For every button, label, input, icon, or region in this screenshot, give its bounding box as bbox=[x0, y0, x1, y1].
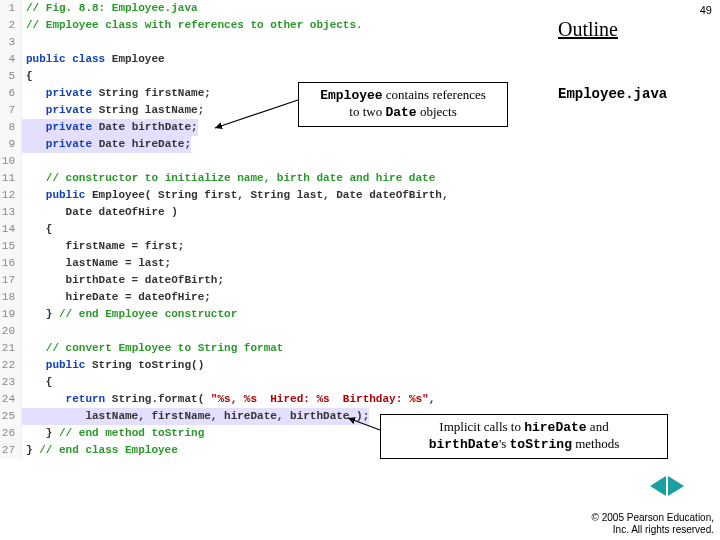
code-content bbox=[22, 34, 33, 51]
callout-text: Implicit calls to bbox=[439, 419, 524, 434]
code-content: lastName = last; bbox=[22, 255, 171, 272]
code-line: 9 private Date hireDate; bbox=[0, 136, 540, 153]
code-content: public Employee( String first, String la… bbox=[22, 187, 448, 204]
code-content: } // end Employee constructor bbox=[22, 306, 237, 323]
callout-text: to two bbox=[349, 104, 385, 119]
callout-text: contains references bbox=[383, 87, 486, 102]
callout-text: Date bbox=[385, 105, 416, 120]
code-content: { bbox=[22, 68, 33, 85]
code-content bbox=[22, 323, 33, 340]
code-content: private String lastName; bbox=[22, 102, 204, 119]
code-listing: 1// Fig. 8.8: Employee.java2// Employee … bbox=[0, 0, 540, 459]
copyright-line: © 2005 Pearson Education, bbox=[592, 512, 714, 524]
code-line: 23 { bbox=[0, 374, 540, 391]
code-line: 24 return String.format( "%s, %s Hired: … bbox=[0, 391, 540, 408]
source-filename: Employee.java bbox=[558, 86, 667, 102]
code-content: } // end class Employee bbox=[22, 442, 178, 459]
code-content: // Employee class with references to oth… bbox=[22, 17, 363, 34]
callout-text: birthDate bbox=[429, 437, 499, 452]
code-line: 16 lastName = last; bbox=[0, 255, 540, 272]
prev-slide-button[interactable] bbox=[650, 476, 666, 496]
code-line: 22 public String toString() bbox=[0, 357, 540, 374]
code-content: birthDate = dateOfBirth; bbox=[22, 272, 224, 289]
code-content: firstName = first; bbox=[22, 238, 184, 255]
code-line: 19 } // end Employee constructor bbox=[0, 306, 540, 323]
nav-buttons bbox=[650, 476, 684, 496]
code-content: public String toString() bbox=[22, 357, 204, 374]
code-line: 13 Date dateOfHire ) bbox=[0, 204, 540, 221]
copyright-line: Inc. All rights reserved. bbox=[592, 524, 714, 536]
line-number: 15 bbox=[0, 238, 22, 255]
code-content: { bbox=[22, 221, 52, 238]
code-content: { bbox=[22, 374, 52, 391]
code-content: private Date birthDate; bbox=[22, 119, 198, 136]
line-number: 6 bbox=[0, 85, 22, 102]
page-number: 49 bbox=[700, 4, 712, 16]
callout-text: objects bbox=[417, 104, 457, 119]
code-line: 14 { bbox=[0, 221, 540, 238]
code-line: 3 bbox=[0, 34, 540, 51]
code-content: // convert Employee to String format bbox=[22, 340, 283, 357]
line-number: 13 bbox=[0, 204, 22, 221]
line-number: 18 bbox=[0, 289, 22, 306]
line-number: 3 bbox=[0, 34, 22, 51]
callout-text: and bbox=[587, 419, 609, 434]
line-number: 26 bbox=[0, 425, 22, 442]
line-number: 9 bbox=[0, 136, 22, 153]
line-number: 8 bbox=[0, 119, 22, 136]
code-content: return String.format( "%s, %s Hired: %s … bbox=[22, 391, 435, 408]
code-line: 4public class Employee bbox=[0, 51, 540, 68]
code-line: 15 firstName = first; bbox=[0, 238, 540, 255]
line-number: 7 bbox=[0, 102, 22, 119]
line-number: 21 bbox=[0, 340, 22, 357]
line-number: 25 bbox=[0, 408, 22, 425]
line-number: 11 bbox=[0, 170, 22, 187]
line-number: 4 bbox=[0, 51, 22, 68]
line-number: 16 bbox=[0, 255, 22, 272]
code-content: hireDate = dateOfHire; bbox=[22, 289, 211, 306]
line-number: 22 bbox=[0, 357, 22, 374]
code-content: private Date hireDate; bbox=[22, 136, 191, 153]
copyright: © 2005 Pearson Education, Inc. All right… bbox=[592, 512, 714, 536]
code-content: private String firstName; bbox=[22, 85, 211, 102]
callout-text: 's bbox=[499, 436, 510, 451]
code-line: 18 hireDate = dateOfHire; bbox=[0, 289, 540, 306]
code-line: 1// Fig. 8.8: Employee.java bbox=[0, 0, 540, 17]
code-content: // constructor to initialize name, birth… bbox=[22, 170, 435, 187]
callout-text: Employee bbox=[320, 88, 382, 103]
line-number: 27 bbox=[0, 442, 22, 459]
code-line: 21 // convert Employee to String format bbox=[0, 340, 540, 357]
line-number: 23 bbox=[0, 374, 22, 391]
code-line: 17 birthDate = dateOfBirth; bbox=[0, 272, 540, 289]
code-line: 11 // constructor to initialize name, bi… bbox=[0, 170, 540, 187]
code-line: 10 bbox=[0, 153, 540, 170]
line-number: 1 bbox=[0, 0, 22, 17]
line-number: 5 bbox=[0, 68, 22, 85]
code-line: 20 bbox=[0, 323, 540, 340]
line-number: 17 bbox=[0, 272, 22, 289]
callout-date-refs: Employee contains references to two Date… bbox=[298, 82, 508, 127]
callout-tostring: Implicit calls to hireDate and birthDate… bbox=[380, 414, 668, 459]
line-number: 24 bbox=[0, 391, 22, 408]
callout-text: methods bbox=[572, 436, 619, 451]
code-content: public class Employee bbox=[22, 51, 165, 68]
line-number: 2 bbox=[0, 17, 22, 34]
callout-text: toString bbox=[510, 437, 572, 452]
line-number: 19 bbox=[0, 306, 22, 323]
next-slide-button[interactable] bbox=[668, 476, 684, 496]
code-content: lastName, firstName, hireDate, birthDate… bbox=[22, 408, 369, 425]
line-number: 10 bbox=[0, 153, 22, 170]
code-line: 2// Employee class with references to ot… bbox=[0, 17, 540, 34]
code-line: 12 public Employee( String first, String… bbox=[0, 187, 540, 204]
line-number: 20 bbox=[0, 323, 22, 340]
line-number: 12 bbox=[0, 187, 22, 204]
code-content: Date dateOfHire ) bbox=[22, 204, 178, 221]
outline-heading: Outline bbox=[558, 18, 618, 41]
callout-text: hireDate bbox=[524, 420, 586, 435]
code-content: } // end method toString bbox=[22, 425, 204, 442]
code-content: // Fig. 8.8: Employee.java bbox=[22, 0, 198, 17]
line-number: 14 bbox=[0, 221, 22, 238]
code-content bbox=[22, 153, 33, 170]
